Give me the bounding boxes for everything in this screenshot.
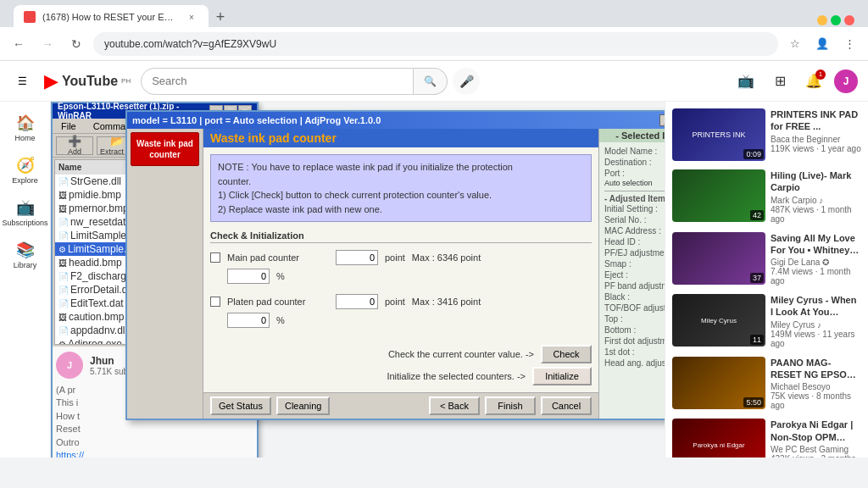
back-btn[interactable]: < Back <box>429 396 480 415</box>
notification-badge: 1 <box>815 69 826 80</box>
grid-icon[interactable]: ⊞ <box>766 68 793 95</box>
main-pad-label: Main pad counter <box>227 252 329 263</box>
close-btn[interactable] <box>844 15 854 25</box>
file-icon: 🖼 <box>58 313 67 322</box>
right-top-label: Top : <box>604 314 623 324</box>
cancel-btn[interactable]: Cancel <box>541 396 592 415</box>
rec-thumb-5: Parokya ni Edgar Non Stop <box>672 419 765 458</box>
channel-avatar[interactable]: J <box>56 352 83 379</box>
address-bar[interactable]: youtube.com/watch?v=gAfEZ9XV9wU <box>93 32 778 56</box>
rec-channel-0: Baca the Beginner <box>771 135 861 144</box>
maximize-btn[interactable] <box>831 15 841 25</box>
file-icon: 📄 <box>58 177 69 186</box>
forward-btn[interactable]: → <box>36 32 59 56</box>
yt-country: PH <box>121 77 131 85</box>
notifications[interactable]: 🔔 1 <box>800 68 827 95</box>
main-pad-unit: point <box>385 252 405 263</box>
rec-channel-4: Michael Besoyo <box>771 382 861 391</box>
settings-icon[interactable]: ⋮ <box>837 32 861 56</box>
right-smap-label: Smap : <box>604 259 632 269</box>
platen-pad-label: Platen pad counter <box>227 297 329 307</box>
rec-info-0: PRINTERS INK PAD for FREE ... Baca the B… <box>771 108 861 161</box>
search-input[interactable] <box>141 68 414 95</box>
header-right: 📺 ⊞ 🔔 1 J <box>732 68 858 95</box>
main-pad-pct-row: % <box>227 269 592 284</box>
finish-btn[interactable]: Finish <box>485 396 536 415</box>
rec-meta-4: 75K views · 8 months ago <box>771 391 861 410</box>
hamburger-menu[interactable]: ☰ <box>10 75 34 87</box>
cleaning-btn[interactable]: Cleaning <box>276 396 330 415</box>
rec-item-3[interactable]: Miley Cyrus 11 Miley Cyrus - When I Look… <box>672 294 861 348</box>
rec-duration-1: 42 <box>750 210 764 220</box>
right-bottom-row: Bottom : <box>604 324 665 336</box>
sidebar-library[interactable]: 📚 Library <box>3 236 47 274</box>
check-btn[interactable]: Check <box>541 345 592 363</box>
rec-item-2[interactable]: 37 Saving All My Love For You • Whitney … <box>672 232 861 286</box>
main-pad-checkbox[interactable] <box>210 252 220 263</box>
minimize-btn[interactable] <box>817 15 827 25</box>
right-port-label: Port : <box>604 169 625 178</box>
adj-note-line3: 1) Click [Check] button to check current… <box>218 188 584 202</box>
rec-item-5[interactable]: Parokya ni Edgar Non Stop Parokya Ni Edg… <box>672 419 861 458</box>
right-smap-row: Smap : <box>604 258 665 269</box>
right-1stdot-row: 1st dot : <box>604 347 665 358</box>
right-dest-label: Destination : <box>604 158 652 167</box>
adj-win-btns: _ □ × <box>659 114 665 126</box>
right-pfband-label: PF band adjustment <box>604 281 665 291</box>
menu-file[interactable]: File <box>56 120 81 132</box>
right-head-label: Head ID : <box>604 237 640 247</box>
rec-title-4: PAANO MAG-RESET NG EPSON L120 PRINTER (H… <box>771 357 861 381</box>
platen-pad-input[interactable] <box>336 294 378 309</box>
right-model-label: Model Name : <box>604 147 657 156</box>
adj-note-line2: counter. <box>218 175 584 189</box>
add-icon: ➕ <box>68 135 81 147</box>
rec-duration-3: 11 <box>750 335 764 345</box>
active-tab[interactable]: (1678) How to RESET your Epso... × <box>14 5 209 29</box>
rec-title-5: Parokya Ni Edgar | Non-Stop OPM Songs 20… <box>771 419 861 443</box>
main-pad-pct-input[interactable] <box>227 269 270 284</box>
search-btn[interactable]: 🔍 <box>414 68 448 95</box>
sidebar-explore[interactable]: 🧭 Explore <box>3 151 47 190</box>
rec-meta-3: 149M views · 11 years ago <box>771 330 861 348</box>
main-pad-input[interactable] <box>336 250 378 265</box>
tab-close-btn[interactable]: × <box>185 10 198 24</box>
user-avatar[interactable]: J <box>834 69 858 93</box>
get-status-btn[interactable]: Get Status <box>210 396 271 415</box>
platen-pad-pct-input[interactable] <box>227 313 270 328</box>
right-tof-label: TOF/BOF adjustment <box>604 303 665 313</box>
adj-footer: Get Status Cleaning < Back Finish Cancel <box>203 392 598 419</box>
recommendations-sidebar: PRINTERS INK 0:09 PRINTERS INK PAD for F… <box>665 102 868 458</box>
account-icon[interactable]: 👤 <box>810 32 834 56</box>
platen-pad-pct-row: % <box>227 313 592 328</box>
back-btn[interactable]: ← <box>7 32 31 56</box>
right-headang-label: Head ang. adjustment <box>604 358 665 368</box>
cast-icon[interactable]: 📺 <box>732 68 760 95</box>
right-pfej-label: PF/EJ adjustment <box>604 248 665 258</box>
tab-bar: (1678) How to RESET your Epso... × + <box>7 0 861 29</box>
yt-logo-icon: ▶ <box>44 70 58 92</box>
youtube-logo[interactable]: ▶ YouTube PH <box>44 70 131 92</box>
yt-logo-text: YouTube <box>62 74 118 89</box>
nav-icons: ☆ 👤 ⋮ <box>783 32 861 56</box>
rec-item-1[interactable]: 42 Hiling (Live)- Mark Carpio Mark Carpi… <box>672 169 861 224</box>
waste-ink-nav-btn[interactable]: Waste ink pad counter <box>131 132 199 166</box>
new-tab-btn[interactable]: + <box>209 5 232 29</box>
file-icon: 📄 <box>58 218 69 227</box>
refresh-btn[interactable]: ↻ <box>64 32 88 56</box>
right-initial-row: Initial Setting : <box>604 203 665 214</box>
sidebar-home[interactable]: 🏠 Home <box>3 108 47 147</box>
rec-item-4[interactable]: 5:50 PAANO MAG-RESET NG EPSON L120 PRINT… <box>672 357 861 411</box>
sidebar-subs[interactable]: 📺 Subscriptions <box>3 193 47 232</box>
mic-btn[interactable]: 🎤 <box>453 68 480 95</box>
adj-left-panel: Waste ink pad counter <box>127 129 203 419</box>
subs-icon: 📺 <box>16 198 35 217</box>
winrar-add-btn[interactable]: ➕ Add <box>56 136 93 155</box>
adj-minimize-btn[interactable]: _ <box>659 114 665 126</box>
init-btn[interactable]: Initialize <box>532 367 592 385</box>
platen-pad-checkbox[interactable] <box>210 297 220 307</box>
adj-right-panel: - Selected Items - Model Name : L3110 De… <box>598 129 665 419</box>
bookmark-icon[interactable]: ☆ <box>783 32 807 56</box>
rec-channel-3: Miley Cyrus ♪ <box>771 320 861 330</box>
rec-meta-5: 433K views · 3 months ago <box>771 454 861 458</box>
rec-item-0[interactable]: PRINTERS INK 0:09 PRINTERS INK PAD for F… <box>672 108 861 161</box>
